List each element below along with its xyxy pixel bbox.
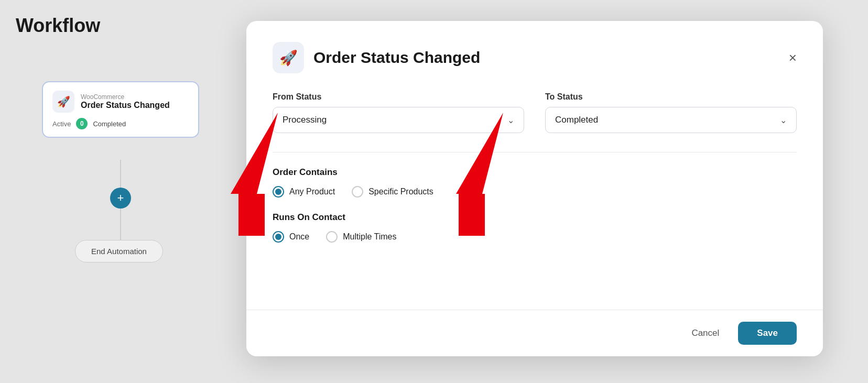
to-status-dropdown[interactable]: Completed ⌄ [545,107,797,133]
multiple-times-radio[interactable]: Multiple Times [326,231,396,243]
once-radio[interactable]: Once [273,231,309,243]
to-status-value: Completed [555,115,598,125]
node-status-label: Active [52,120,71,128]
runs-on-contact-section: Runs On Contact Once Multiple Times [273,212,797,243]
workflow-node[interactable]: 🚀 WooCommerce Order Status Changed Activ… [42,81,199,138]
multiple-times-label: Multiple Times [343,232,396,242]
node-subtitle: WooCommerce [81,93,170,101]
connector-line-2 [120,209,121,240]
node-title: Order Status Changed [81,101,170,110]
modal-rocket-icon: 🚀 [273,42,304,73]
save-button[interactable]: Save [738,322,797,345]
divider [273,152,797,152]
any-product-radio[interactable]: Any Product [273,186,335,198]
connector-line-1 [120,160,121,190]
from-status-label: From Status [273,92,524,102]
order-contains-radio-group: Any Product Specific Products [273,186,797,198]
once-radio-inner [275,234,281,240]
from-status-value: Processing [283,115,327,125]
cancel-button[interactable]: Cancel [681,322,730,345]
any-product-label: Any Product [289,187,335,196]
specific-products-label: Specific Products [368,187,433,196]
any-product-radio-outer [273,186,284,198]
modal-footer: Cancel Save [246,310,823,356]
order-contains-label: Order Contains [273,167,797,178]
end-automation-node[interactable]: End Automation [75,240,163,262]
node-rocket-icon: 🚀 [52,91,74,113]
from-status-group: From Status Processing ⌄ [273,92,524,133]
to-status-label: To Status [545,92,797,102]
from-status-chevron-icon: ⌄ [507,115,514,125]
plus-icon: + [117,191,124,205]
close-button[interactable]: × [789,51,797,64]
page-title: Workflow [16,15,100,37]
specific-products-radio[interactable]: Specific Products [352,186,433,198]
modal-header: 🚀 Order Status Changed × [273,42,797,73]
add-step-button[interactable]: + [110,188,131,209]
to-status-chevron-icon: ⌄ [780,115,787,125]
any-product-radio-inner [275,189,281,195]
status-row: From Status Processing ⌄ To Status Compl… [273,92,797,133]
once-label: Once [289,232,309,242]
from-status-dropdown[interactable]: Processing ⌄ [273,107,524,133]
once-radio-outer [273,231,284,243]
node-completed-label: Completed [93,120,126,128]
modal-title: Order Status Changed [313,49,480,67]
runs-on-contact-radio-group: Once Multiple Times [273,231,797,243]
to-status-group: To Status Completed ⌄ [545,92,797,133]
order-contains-section: Order Contains Any Product Specific Prod… [273,167,797,198]
node-count-badge: 0 [76,118,88,129]
order-status-modal: 🚀 Order Status Changed × From Status Pro… [246,21,823,356]
multiple-times-radio-outer [326,231,338,243]
specific-products-radio-outer [352,186,363,198]
runs-on-contact-label: Runs On Contact [273,212,797,223]
